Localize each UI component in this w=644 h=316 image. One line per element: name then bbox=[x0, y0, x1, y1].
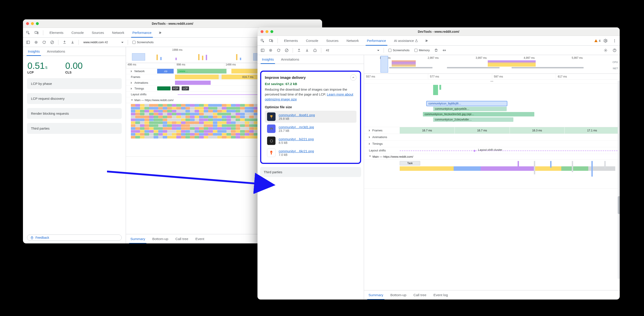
overview-strip[interactable]: 1,997 ms 2,997 ms 3,997 ms 4,997 ms 5,99… bbox=[364, 55, 620, 74]
tab-elements[interactable]: Elements bbox=[280, 36, 302, 45]
close-window-button[interactable] bbox=[26, 22, 29, 25]
image-file-row[interactable]: 🎮 communityI…mr3d1.jpg 23.7 kB bbox=[265, 123, 356, 135]
device-toggle-icon[interactable] bbox=[267, 37, 275, 44]
details-tab-calltree[interactable]: Call tree bbox=[410, 290, 430, 300]
network-task-area[interactable]: communityIcon_9yj66cjf8… communityIcon_q… bbox=[364, 83, 620, 127]
memory-checkbox[interactable]: Memory bbox=[412, 48, 432, 52]
close-window-button[interactable] bbox=[260, 30, 264, 33]
svg-point-24 bbox=[605, 50, 606, 51]
more-tabs-icon[interactable] bbox=[422, 37, 430, 44]
tab-console[interactable]: Console bbox=[302, 36, 322, 45]
insight-third-parties[interactable]: Third parties bbox=[27, 123, 122, 134]
tab-console[interactable]: Console bbox=[68, 28, 88, 37]
image-file-row[interactable]: 🏆 communityI…8oq61.png 29.8 kB bbox=[265, 111, 356, 123]
upload-profile-icon[interactable] bbox=[61, 38, 68, 46]
toggle-sidebar-icon[interactable] bbox=[259, 46, 266, 54]
divider-icon[interactable] bbox=[440, 46, 448, 54]
insight-lcp-request-discovery[interactable]: LCP request discovery bbox=[27, 93, 122, 104]
svg-point-16 bbox=[614, 41, 615, 42]
issues-badge[interactable]: 4 bbox=[594, 39, 600, 42]
image-file-link[interactable]: communityI…mr3d1.jpg bbox=[279, 125, 314, 129]
svg-point-20 bbox=[270, 50, 271, 51]
image-file-size: 7.0 kB bbox=[279, 153, 314, 157]
toggle-sidebar-icon[interactable] bbox=[24, 38, 32, 46]
collapse-insight-button[interactable] bbox=[350, 74, 356, 81]
tab-sources[interactable]: Sources bbox=[88, 28, 108, 37]
help-icon[interactable] bbox=[611, 46, 618, 54]
trash-icon[interactable] bbox=[432, 46, 440, 54]
image-file-link[interactable]: communityI…bj221.png bbox=[279, 137, 314, 141]
context-select[interactable]: #2 bbox=[324, 47, 382, 53]
minimize-window-button[interactable] bbox=[266, 30, 268, 33]
tab-sources[interactable]: Sources bbox=[323, 36, 342, 45]
inspect-element-icon[interactable] bbox=[259, 37, 266, 44]
track-animations[interactable]: Animations bbox=[364, 134, 620, 141]
subtab-annotations[interactable]: Annotations bbox=[277, 55, 303, 64]
context-select[interactable]: www.reddit.com #2 bbox=[81, 39, 126, 45]
subtab-annotations[interactable]: Annotations bbox=[43, 47, 69, 56]
svg-rect-0 bbox=[26, 31, 28, 33]
tab-performance[interactable]: Performance bbox=[129, 28, 155, 37]
timeline-entry-selected[interactable]: communityIcon_9yj66cjf8… bbox=[427, 101, 507, 106]
reload-record-icon[interactable] bbox=[40, 38, 48, 46]
timeline-entry[interactable]: communityIcon_2cbkzwfs6kr… bbox=[433, 117, 513, 122]
window-titlebar: DevTools - www.reddit.com/ bbox=[23, 19, 322, 28]
details-tab-summary[interactable]: Summary bbox=[365, 290, 387, 300]
tab-elements[interactable]: Elements bbox=[46, 28, 67, 37]
main-flamechart[interactable]: Task bbox=[364, 160, 620, 189]
clear-icon[interactable] bbox=[48, 38, 56, 46]
image-file-link[interactable]: communityI…6kr21.png bbox=[279, 149, 314, 153]
settings-icon[interactable] bbox=[602, 37, 610, 44]
maximize-window-button[interactable] bbox=[36, 22, 39, 25]
inspect-element-icon[interactable] bbox=[24, 29, 32, 36]
download-profile-icon[interactable] bbox=[303, 46, 311, 54]
image-file-size: 8.5 kB bbox=[279, 141, 314, 145]
feedback-button[interactable]: Feedback bbox=[27, 235, 122, 241]
upload-profile-icon[interactable] bbox=[295, 46, 303, 54]
details-tab-bottomup[interactable]: Bottom-up bbox=[387, 290, 410, 300]
more-tabs-icon[interactable] bbox=[156, 29, 164, 36]
tab-performance[interactable]: Performance bbox=[363, 36, 390, 45]
record-icon[interactable] bbox=[267, 46, 274, 54]
tab-ai-assistance[interactable]: AI assistance bbox=[390, 36, 422, 45]
flask-icon bbox=[415, 39, 418, 42]
image-file-link[interactable]: communityI…8oq61.png bbox=[279, 113, 315, 117]
track-timings[interactable]: Timings bbox=[364, 141, 620, 147]
insight-lcp-by-phase[interactable]: LCP by phase bbox=[27, 78, 122, 89]
subtab-insights[interactable]: Insights bbox=[258, 55, 277, 64]
minimize-window-button[interactable] bbox=[31, 22, 34, 25]
details-tab-bottomup[interactable]: Bottom-up bbox=[149, 234, 172, 243]
reload-record-icon[interactable] bbox=[275, 46, 282, 54]
devtools-window-2: DevTools - www.reddit.com/ Elements Cons… bbox=[258, 27, 620, 300]
perf-settings-icon[interactable] bbox=[602, 46, 610, 54]
home-icon[interactable] bbox=[311, 46, 319, 54]
timeline-scrollbar[interactable] bbox=[618, 80, 620, 279]
details-tab-eventlog[interactable]: Event bbox=[192, 234, 208, 243]
details-tab-eventlog[interactable]: Event log bbox=[430, 290, 452, 300]
record-icon[interactable] bbox=[32, 38, 40, 46]
screenshots-checkbox[interactable]: Screenshots bbox=[130, 40, 156, 44]
device-toggle-icon[interactable] bbox=[33, 29, 40, 36]
download-profile-icon[interactable] bbox=[69, 38, 76, 46]
image-file-row[interactable]: ◯ communityI…bj221.png 8.5 kB bbox=[265, 135, 356, 147]
details-tab-calltree[interactable]: Call tree bbox=[172, 234, 192, 243]
timeline-entry[interactable]: communityIcon_hlczkoi3mr3d1.jpg (styl… bbox=[423, 112, 534, 116]
image-thumbnail bbox=[267, 149, 276, 157]
track-layout-shifts[interactable]: Layout shifts ◆ Layout shift cluster bbox=[364, 147, 620, 154]
screenshots-checkbox[interactable]: Screenshots bbox=[386, 48, 412, 52]
details-tab-summary[interactable]: Summary bbox=[127, 234, 149, 243]
kebab-menu-icon[interactable] bbox=[611, 37, 618, 44]
svg-point-26 bbox=[614, 51, 615, 51]
insight-third-parties[interactable]: Third parties bbox=[260, 167, 361, 177]
main-tabbar: Elements Console Sources Network Perform… bbox=[258, 36, 620, 46]
maximize-window-button[interactable] bbox=[270, 30, 273, 33]
tab-network[interactable]: Network bbox=[108, 28, 128, 37]
image-file-row[interactable]: communityI…6kr21.png 7.0 kB bbox=[265, 147, 356, 159]
insight-render-blocking[interactable]: Render blocking requests bbox=[27, 108, 122, 119]
timeline-entry[interactable]: communityIcon_qqtvyeb0b… bbox=[433, 107, 507, 111]
tab-network[interactable]: Network bbox=[343, 36, 362, 45]
track-frames[interactable]: Frames 16.7 ms 16.7 ms 16.3 ms 17.1 ms bbox=[364, 127, 620, 134]
svg-rect-2 bbox=[38, 32, 38, 34]
subtab-insights[interactable]: Insights bbox=[24, 47, 43, 56]
clear-icon[interactable] bbox=[283, 46, 290, 54]
